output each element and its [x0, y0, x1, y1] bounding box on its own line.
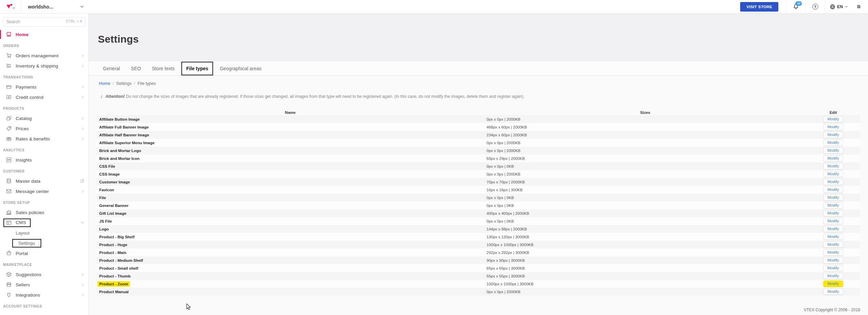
breadcrumb-home[interactable]: Home	[99, 81, 110, 86]
modify-button[interactable]: Modify	[823, 194, 843, 201]
table-row: General Banner0px x 0px | 0KBModify	[96, 201, 860, 209]
modify-button[interactable]: Modify	[823, 116, 843, 122]
modify-button[interactable]: Modify	[823, 234, 843, 240]
table-row: Affiliate Half Banner Image234px x 60px …	[96, 131, 860, 139]
modify-button[interactable]: Modify	[823, 257, 843, 264]
modify-button[interactable]: Modify	[823, 163, 843, 169]
modify-button[interactable]: Modify	[823, 155, 843, 162]
chevron-right-icon	[81, 294, 84, 297]
external-link-icon	[80, 179, 84, 183]
sidebar-item-label: Inventory & shipping	[16, 63, 58, 69]
table-row: Affiliate Full Banner Image468px x 60px …	[96, 123, 860, 131]
file-type-name: Product - Big Shelf	[99, 235, 135, 239]
sidebar-item-message-center[interactable]: Message center	[0, 186, 88, 196]
modify-button[interactable]: Modify	[823, 179, 843, 185]
sidebar-item-insights[interactable]: Insights	[0, 155, 88, 165]
modify-button[interactable]: Modify	[823, 171, 843, 177]
annotation-box: CMS	[3, 219, 31, 227]
catalog-icon	[6, 116, 12, 121]
tab-geographical-areas[interactable]: Geographical areas	[216, 62, 266, 75]
gift-icon	[6, 136, 12, 141]
language-selector[interactable]: EN	[825, 4, 852, 10]
credit-control-icon	[6, 94, 12, 100]
sidebar-item-orders-management[interactable]: Orders management	[0, 50, 88, 61]
header-sizes: Sizes	[484, 110, 806, 115]
vtex-logo[interactable]	[0, 0, 21, 14]
file-type-name: Product Manual	[99, 290, 129, 294]
help-button[interactable]: ?	[806, 0, 825, 14]
tab-seo[interactable]: SEO	[127, 62, 145, 75]
modify-button[interactable]: Modify	[823, 186, 843, 193]
modify-button[interactable]: Modify	[823, 249, 843, 256]
file-type-name: Product - Medium Shelf	[99, 258, 143, 262]
sidebar-item-catalog[interactable]: Catalog	[0, 113, 88, 123]
table-row: Favicon16px x 16px | 300KBModify	[96, 186, 860, 194]
storefront-home-icon	[6, 32, 12, 37]
file-type-name: Product - Zoom	[98, 281, 130, 287]
info-icon: i	[100, 94, 103, 100]
visit-store-button[interactable]: VISIT STORE	[740, 2, 778, 12]
tab-store-texts[interactable]: Store texts	[148, 62, 179, 75]
sidebar-subitem-layout[interactable]: Layout	[0, 228, 88, 238]
sidebar-item-label: Portal	[16, 251, 28, 256]
cart-icon	[6, 53, 12, 58]
sidebar-item-payments[interactable]: Payments	[0, 82, 88, 92]
sidebar-item-sales-policies[interactable]: Sales policies	[0, 207, 88, 217]
breadcrumb-settings: Settings	[116, 81, 132, 86]
modify-button[interactable]: Modify	[823, 265, 843, 271]
sidebar-item-home[interactable]: Home	[0, 29, 88, 40]
chevron-right-icon	[81, 117, 84, 120]
sidebar-item-master-data[interactable]: Master data	[0, 176, 88, 186]
account-switcher[interactable]: worldsho...	[21, 0, 89, 14]
sidebar-subitem-label: Layout	[16, 230, 30, 236]
breadcrumb-separator: /	[134, 81, 135, 86]
modify-button[interactable]: Modify	[823, 226, 843, 232]
tab-file-types[interactable]: File types	[181, 62, 213, 75]
sidebar-item-integrations[interactable]: Integrations	[0, 290, 88, 300]
file-type-name: Affiliate Button Image	[99, 117, 140, 121]
modify-button[interactable]: Modify	[823, 147, 843, 154]
sidebar-subitem-settings[interactable]: Settings	[0, 238, 88, 248]
modify-button[interactable]: Modify	[823, 132, 843, 138]
sidebar-item-cms[interactable]: CMS	[0, 217, 88, 228]
sidebar-section-label: ORDERS	[0, 40, 88, 50]
modify-button[interactable]: Modify	[823, 241, 843, 248]
sidebar-item-suggestions[interactable]: Suggestions	[0, 269, 88, 280]
plug-icon	[6, 292, 12, 298]
sidebar-item-inventory-shipping[interactable]: Inventory & shipping	[0, 61, 88, 71]
sidebar-item-portal[interactable]: Portal	[0, 248, 88, 258]
table-row: Brick and Mortar Icon60px x 29px | 2000K…	[96, 154, 860, 162]
modify-button[interactable]: Modify	[823, 210, 843, 216]
modify-button[interactable]: Modify	[823, 202, 843, 209]
notifications-button[interactable]: 10	[786, 0, 805, 14]
file-type-name: Affiliate Full Banner Image	[99, 125, 149, 129]
user-menu[interactable]: B	[853, 4, 868, 9]
modify-button[interactable]: Modify	[823, 139, 843, 146]
sidebar-item-prices[interactable]: Prices	[0, 123, 88, 134]
modify-button[interactable]: Modify	[823, 288, 843, 295]
sidebar-item-label: Message center	[16, 189, 49, 194]
modify-button[interactable]: Modify	[823, 281, 843, 287]
file-type-name: Favicon	[99, 188, 114, 192]
tab-general[interactable]: General	[99, 62, 124, 75]
sidebar-item-rates-benefits[interactable]: Rates & benefits	[0, 134, 88, 144]
sidebar-item-label: Rates & benefits	[16, 136, 50, 141]
file-type-name: Brick and Mortar Logo	[99, 149, 141, 153]
sidebar-section-label: CUSTOMER	[0, 165, 88, 176]
attention-text: Attention! Do not change the sizes of im…	[106, 94, 525, 99]
file-type-name: Product - Main	[99, 251, 126, 255]
file-type-sizes: 234px x 60px | 2000KB	[487, 133, 527, 137]
storefront-icon	[6, 282, 12, 287]
sidebar-item-sellers[interactable]: Sellers	[0, 280, 88, 290]
modify-button[interactable]: Modify	[823, 273, 843, 279]
sidebar-section-label: ANALYTICS	[0, 144, 88, 155]
modify-button[interactable]: Modify	[823, 124, 843, 130]
file-type-name: Brick and Mortar Icon	[99, 156, 139, 161]
sidebar-section-label: STORE SETUP	[0, 196, 88, 207]
sidebar-item-credit-control[interactable]: Credit control	[0, 92, 88, 102]
file-type-name: Product - Huge	[99, 243, 127, 247]
bank-icon	[6, 210, 12, 215]
chevron-right-icon	[81, 190, 84, 193]
file-type-sizes: 60px x 29px | 2000KB	[487, 156, 525, 161]
modify-button[interactable]: Modify	[823, 218, 843, 224]
